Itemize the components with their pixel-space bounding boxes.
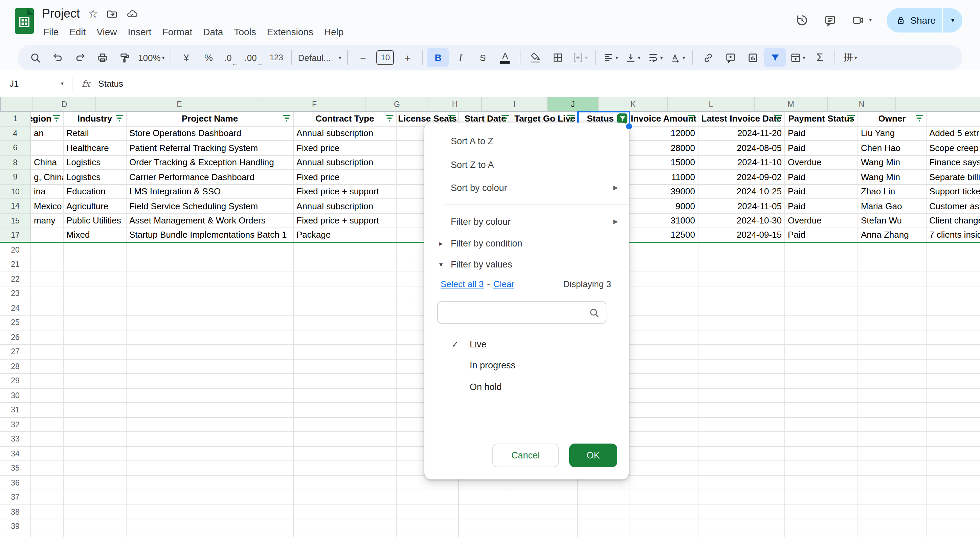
row-header-23[interactable]: 23 xyxy=(0,287,31,301)
grid-cell[interactable] xyxy=(698,345,785,359)
row-header-37[interactable]: 37 xyxy=(0,490,31,505)
grid-cell[interactable]: Package xyxy=(294,228,396,241)
filter-funnel-icon[interactable] xyxy=(52,113,61,125)
row-header-9[interactable]: 9 xyxy=(0,170,31,185)
menu-help[interactable]: Help xyxy=(319,24,349,39)
grid-cell[interactable] xyxy=(31,374,64,388)
grid-cell[interactable] xyxy=(785,490,858,505)
filter-funnel-icon[interactable] xyxy=(115,113,124,125)
header-cell-contract[interactable]: Contract Type xyxy=(294,112,396,126)
grid-cell[interactable] xyxy=(127,316,294,330)
filter-by-condition-item[interactable]: ▸Filter by condition xyxy=(424,234,629,253)
grid-cell[interactable] xyxy=(926,534,980,537)
grid-cell[interactable] xyxy=(698,301,785,316)
grid-cell[interactable] xyxy=(31,417,64,432)
grid-cell[interactable] xyxy=(629,534,698,537)
grid-cell[interactable] xyxy=(629,476,698,490)
move-folder-icon[interactable] xyxy=(107,8,118,20)
grid-cell[interactable]: Overdue xyxy=(785,214,858,228)
column-header-D[interactable]: D xyxy=(33,97,96,112)
grid-cell[interactable] xyxy=(926,345,980,359)
grid-cell[interactable]: 12500 xyxy=(629,228,698,241)
grid-cell[interactable] xyxy=(926,257,980,272)
grid-cell[interactable]: Education xyxy=(64,185,127,199)
grid-cell[interactable]: many xyxy=(31,214,64,228)
grid-cell[interactable] xyxy=(64,505,127,519)
grid-cell[interactable] xyxy=(294,243,396,257)
menu-file[interactable]: File xyxy=(38,24,64,39)
grid-cell[interactable] xyxy=(926,330,980,345)
grid-cell[interactable]: Mexico xyxy=(31,199,64,214)
grid-cell[interactable] xyxy=(698,476,785,490)
fill-handle[interactable] xyxy=(626,123,632,129)
grid-cell[interactable] xyxy=(31,476,64,490)
grid-cell[interactable]: Logistics xyxy=(64,170,127,185)
grid-cell[interactable] xyxy=(294,374,396,388)
grid-cell[interactable] xyxy=(31,272,64,287)
grid-cell[interactable] xyxy=(858,432,926,446)
zoom-select[interactable]: 100%▾ xyxy=(136,48,167,67)
column-header-K[interactable]: K xyxy=(599,97,668,112)
grid-cell[interactable] xyxy=(926,519,980,534)
grid-cell[interactable]: China xyxy=(31,155,64,170)
row-header-1[interactable]: 1 xyxy=(0,112,31,126)
row-header-29[interactable]: 29 xyxy=(0,374,31,388)
merge-cells-button[interactable]: ▾ xyxy=(570,48,591,67)
text-color-button[interactable]: A xyxy=(495,48,516,67)
grid-cell[interactable]: 2024-11-20 xyxy=(698,126,785,141)
grid-cell[interactable]: Fixed price + support xyxy=(294,214,396,228)
row-header-30[interactable]: 30 xyxy=(0,388,31,403)
grid-cell[interactable]: Fixed price xyxy=(294,141,396,155)
grid-cell[interactable]: Scope creep xyxy=(926,141,980,155)
vertical-align-button[interactable]: ▾ xyxy=(622,48,644,67)
grid-cell[interactable]: Chen Hao xyxy=(858,141,926,155)
grid-cell[interactable] xyxy=(698,417,785,432)
grid-cell[interactable] xyxy=(629,257,698,272)
menu-edit[interactable]: Edit xyxy=(64,24,91,39)
grid-cell[interactable] xyxy=(31,432,64,446)
grid-cell[interactable]: ina xyxy=(31,185,64,199)
row-header-34[interactable]: 34 xyxy=(0,446,31,461)
filter-funnel-icon[interactable] xyxy=(773,113,783,125)
ok-button[interactable]: OK xyxy=(569,443,617,467)
increase-font-size-button[interactable]: + xyxy=(397,48,418,67)
filter-by-colour-item[interactable]: Filter by colour▶ xyxy=(424,212,629,231)
grid-cell[interactable] xyxy=(127,272,294,287)
grid-cell[interactable] xyxy=(31,243,64,257)
grid-cell[interactable] xyxy=(858,417,926,432)
grid-cell[interactable] xyxy=(926,272,980,287)
borders-button[interactable] xyxy=(547,48,569,67)
grid-cell[interactable]: Retail xyxy=(64,126,127,141)
paint-format-icon[interactable] xyxy=(114,48,135,67)
grid-cell[interactable] xyxy=(294,403,396,417)
grid-cell[interactable] xyxy=(64,359,127,374)
grid-cell[interactable] xyxy=(858,316,926,330)
row-header-39[interactable]: 39 xyxy=(0,519,31,534)
grid-cell[interactable] xyxy=(294,519,396,534)
grid-cell[interactable] xyxy=(31,141,64,155)
grid-cell[interactable] xyxy=(629,287,698,301)
grid-cell[interactable] xyxy=(294,287,396,301)
header-cell-notes[interactable] xyxy=(926,112,980,126)
grid-cell[interactable] xyxy=(127,505,294,519)
grid-cell[interactable]: 31000 xyxy=(629,214,698,228)
grid-cell[interactable] xyxy=(294,476,396,490)
grid-cell[interactable] xyxy=(785,505,858,519)
decrease-decimal-button[interactable]: .0← xyxy=(220,48,242,67)
filter-search-input[interactable] xyxy=(438,302,589,323)
row-header-40[interactable]: 40 xyxy=(0,534,31,537)
grid-cell[interactable] xyxy=(698,388,785,403)
format-percent-button[interactable]: % xyxy=(198,48,220,67)
grid-cell[interactable] xyxy=(396,505,459,519)
row-header-31[interactable]: 31 xyxy=(0,403,31,417)
grid-cell[interactable] xyxy=(858,476,926,490)
formula-input[interactable]: Status xyxy=(98,78,123,89)
font-select[interactable]: Defaul...▾ xyxy=(296,48,344,67)
sort-by-colour-item[interactable]: Sort by colour▶ xyxy=(424,178,629,197)
grid-cell[interactable]: Annual subscription xyxy=(294,126,396,141)
header-cell-industry[interactable]: Industry xyxy=(64,112,127,126)
row-header-14[interactable]: 14 xyxy=(0,199,31,214)
row-header-10[interactable]: 10 xyxy=(0,185,31,199)
format-currency-button[interactable]: ¥ xyxy=(176,48,197,67)
header-cell-owner[interactable]: Owner xyxy=(858,112,926,126)
